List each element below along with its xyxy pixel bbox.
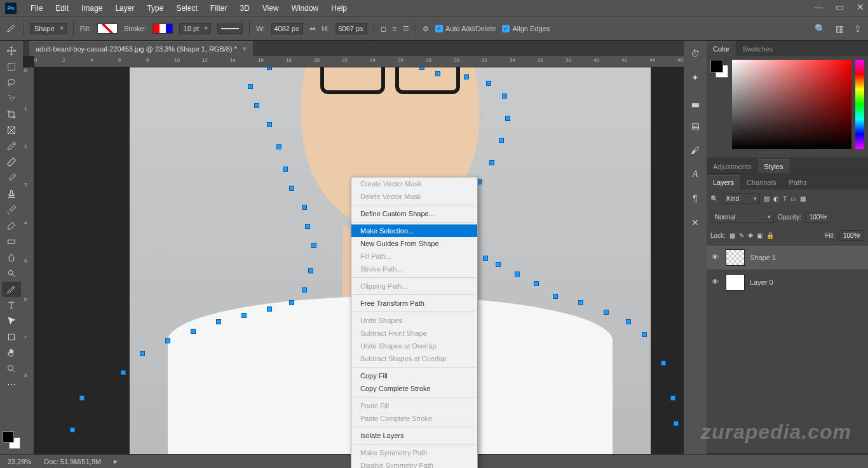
filter-smart-icon[interactable]: ▦ [800, 195, 806, 202]
width-input[interactable]: 4082 px [271, 23, 303, 34]
stroke-style-select[interactable] [217, 24, 243, 34]
layer-thumbnail[interactable] [726, 274, 745, 291]
brushes-icon[interactable]: 🖌 [691, 145, 700, 155]
document-tab[interactable]: adult-beard-boy-casual-220453.jpg @ 23,3… [29, 41, 253, 56]
close-icon[interactable]: ✕ [857, 2, 864, 12]
path-ops-icon[interactable]: ◻ [381, 25, 386, 33]
fill-swatch[interactable] [97, 24, 118, 34]
paragraph-icon[interactable]: ¶ [693, 193, 698, 203]
anchor-point[interactable] [502, 93, 507, 99]
history-brush-tool[interactable] [2, 202, 21, 217]
crop-tool[interactable] [2, 107, 21, 122]
tab-paths[interactable]: Paths [783, 176, 813, 189]
gear-icon[interactable]: ⚙ [423, 25, 429, 33]
tab-color[interactable]: Color [707, 41, 736, 56]
context-item[interactable]: Make Selection... [351, 224, 477, 237]
navigator-icon[interactable]: ✦ [691, 72, 699, 83]
anchor-point[interactable] [534, 281, 539, 286]
anchor-point[interactable] [661, 361, 666, 366]
anchor-point[interactable] [302, 205, 307, 210]
type-tool[interactable] [2, 298, 21, 313]
hue-slider[interactable] [855, 60, 864, 149]
filter-shape-icon[interactable]: ▭ [790, 195, 796, 202]
anchor-point[interactable] [140, 351, 145, 356]
anchor-point[interactable] [308, 268, 313, 273]
color-fgbg[interactable] [710, 60, 728, 78]
anchor-point[interactable] [489, 160, 494, 165]
anchor-point[interactable] [305, 224, 310, 229]
tab-adjustments[interactable]: Adjustments [707, 160, 758, 174]
path-select-tool[interactable] [2, 313, 21, 329]
healing-tool[interactable] [2, 155, 21, 170]
gradient-tool[interactable] [2, 234, 21, 249]
color-picker[interactable] [732, 60, 851, 149]
shape-tool[interactable] [2, 329, 21, 345]
anchor-point[interactable] [289, 186, 294, 191]
menu-3d[interactable]: 3D [233, 1, 255, 15]
anchor-point[interactable] [283, 167, 288, 172]
auto-add-delete-checkbox[interactable]: ✓Auto Add/Delete [435, 25, 496, 32]
character-icon[interactable]: A [693, 169, 698, 179]
anchor-point[interactable] [670, 396, 675, 401]
anchor-point[interactable] [486, 81, 491, 86]
context-item[interactable]: Isolate Layers [351, 429, 477, 442]
anchor-point[interactable] [604, 310, 609, 315]
layer-thumbnail[interactable] [726, 249, 745, 266]
tab-swatches[interactable]: Swatches [736, 42, 779, 56]
lock-position-icon[interactable]: ✥ [748, 232, 753, 239]
filter-image-icon[interactable]: ▧ [764, 195, 770, 202]
filter-type-icon[interactable]: T [783, 195, 787, 202]
menu-file[interactable]: File [24, 1, 49, 15]
stroke-width-select[interactable]: 10 pt [179, 23, 211, 34]
anchor-point[interactable] [267, 122, 272, 127]
anchor-point[interactable] [419, 67, 424, 70]
blur-tool[interactable] [2, 250, 21, 265]
anchor-point[interactable] [267, 306, 272, 312]
align-edges-checkbox[interactable]: ✓Align Edges [502, 25, 550, 32]
stamp-tool[interactable] [2, 186, 21, 202]
anchor-point[interactable] [191, 329, 196, 334]
status-expand-icon[interactable]: ▸ [114, 457, 118, 465]
tool-presets-icon[interactable]: ✕ [691, 217, 699, 228]
stroke-swatch[interactable] [153, 24, 173, 34]
color-swatches[interactable] [3, 431, 20, 449]
menu-select[interactable]: Select [170, 1, 203, 15]
zoom-level[interactable]: 23,28% [8, 458, 31, 465]
visibility-icon[interactable]: 👁 [712, 253, 721, 262]
lock-artboard-icon[interactable]: ▣ [757, 232, 763, 239]
dodge-tool[interactable] [2, 266, 21, 281]
history-icon[interactable]: ⏱ [691, 48, 700, 59]
anchor-point[interactable] [289, 300, 294, 305]
anchor-point[interactable] [496, 262, 501, 267]
close-tab-icon[interactable]: × [242, 45, 247, 53]
lasso-tool[interactable] [2, 75, 21, 90]
anchor-point[interactable] [578, 300, 583, 305]
context-item[interactable]: Copy Fill [351, 369, 477, 382]
menu-help[interactable]: Help [325, 1, 353, 15]
eyedropper-tool[interactable] [2, 139, 21, 154]
context-item[interactable]: Define Custom Shape... [351, 207, 477, 220]
layer-filter-select[interactable]: Kind [722, 193, 760, 204]
tool-mode-select[interactable]: Shape [30, 23, 67, 34]
lock-pixels-icon[interactable]: ▦ [729, 232, 735, 239]
context-item[interactable]: Free Transform Path [351, 297, 477, 310]
workspace-icon[interactable]: ▥ [836, 24, 844, 34]
anchor-point[interactable] [311, 243, 316, 248]
pen-tool-icon[interactable] [6, 23, 17, 34]
move-tool[interactable] [2, 43, 21, 59]
eraser-tool[interactable] [2, 218, 21, 233]
search-icon[interactable]: 🔍 [815, 24, 825, 34]
layer-fill-input[interactable]: 100% [839, 230, 864, 241]
anchor-point[interactable] [79, 396, 85, 401]
anchor-point[interactable] [515, 272, 520, 277]
zoom-tool[interactable] [2, 361, 21, 376]
opacity-input[interactable]: 100% [805, 212, 831, 223]
menu-edit[interactable]: Edit [49, 1, 75, 15]
anchor-point[interactable] [267, 67, 272, 70]
blend-mode-select[interactable]: Normal [710, 212, 774, 223]
quick-select-tool[interactable] [2, 91, 21, 106]
share-icon[interactable]: ⇪ [854, 24, 862, 34]
anchor-point[interactable] [165, 338, 170, 343]
menu-view[interactable]: View [256, 1, 285, 15]
anchor-point[interactable] [121, 370, 126, 375]
